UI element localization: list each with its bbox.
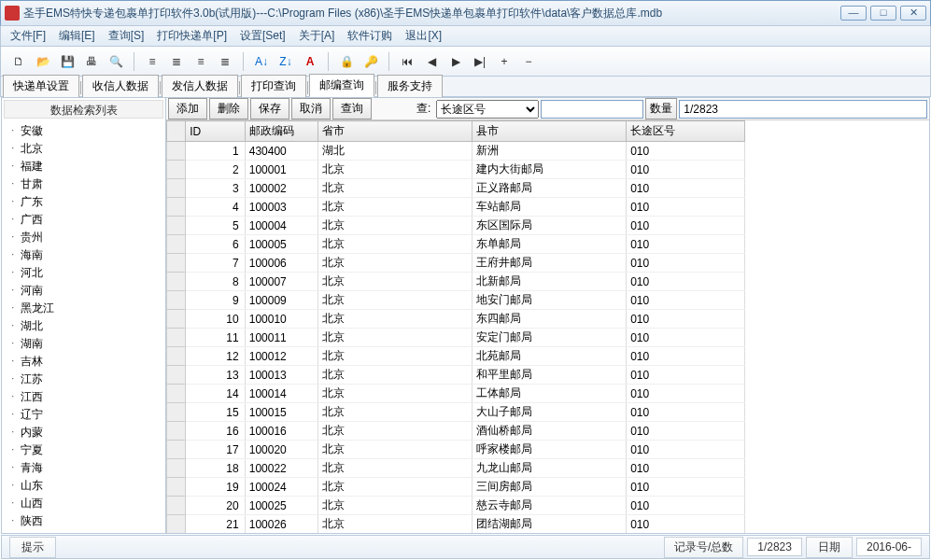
align-left-icon[interactable]: ≡ [142, 51, 162, 72]
tree-node[interactable]: 湖北 [6, 317, 162, 335]
cell-city[interactable]: 正义路邮局 [473, 179, 627, 198]
cell-prov[interactable]: 北京 [318, 161, 473, 179]
table-row[interactable]: 21100026北京团结湖邮局010 [167, 515, 745, 534]
tree-node[interactable]: 吉林 [6, 353, 162, 371]
table-row[interactable]: 8100007北京北新邮局010 [167, 273, 745, 291]
row-header[interactable] [167, 254, 186, 273]
cell-city[interactable]: 大山子邮局 [473, 403, 627, 422]
tab-0[interactable]: 快递单设置 [3, 75, 79, 97]
table-row[interactable]: 6100005北京东单邮局010 [167, 235, 745, 254]
new-icon[interactable]: 🗋 [8, 51, 29, 72]
row-header[interactable] [167, 217, 186, 235]
table-row[interactable]: 1430400湖北新洲010 [167, 142, 745, 161]
cell-zip[interactable]: 100002 [245, 179, 318, 198]
table-row[interactable]: 13100013北京和平里邮局010 [167, 366, 745, 385]
cell-id[interactable]: 15 [186, 403, 245, 422]
cell-id[interactable]: 3 [186, 179, 245, 198]
cell-id[interactable]: 7 [186, 254, 245, 273]
cell-prov[interactable]: 北京 [318, 497, 473, 515]
tree-node[interactable]: 河北 [6, 264, 162, 282]
cell-area[interactable]: 010 [627, 291, 745, 310]
tree-node[interactable]: 山西 [6, 495, 162, 512]
cell-prov[interactable]: 北京 [318, 179, 473, 198]
cell-zip[interactable]: 100013 [245, 366, 318, 385]
maximize-button[interactable]: □ [870, 6, 896, 21]
play-icon[interactable]: ▶ [445, 51, 466, 72]
row-header[interactable] [167, 291, 186, 310]
cell-id[interactable]: 19 [186, 478, 245, 497]
cell-area[interactable]: 010 [627, 347, 745, 366]
close-button[interactable]: ✕ [900, 6, 926, 21]
last-icon[interactable]: ▶| [470, 51, 490, 72]
lock-icon[interactable]: 🔒 [336, 51, 357, 72]
cell-city[interactable]: 东区国际局 [473, 217, 627, 235]
cell-zip[interactable]: 100004 [245, 217, 318, 235]
menu-file[interactable]: 文件[F] [5, 26, 51, 46]
menu-about[interactable]: 关于[A] [293, 26, 341, 46]
grid-wrap[interactable]: ID邮政编码省市县市长途区号 1430400湖北新洲0102100001北京建内… [166, 120, 929, 533]
cell-zip[interactable]: 100024 [245, 478, 318, 497]
cell-city[interactable]: 工体邮局 [473, 385, 627, 403]
cell-prov[interactable]: 北京 [318, 515, 473, 534]
cell-city[interactable]: 团结湖邮局 [473, 515, 627, 534]
menu-exit[interactable]: 退出[X] [400, 26, 447, 46]
cell-prov[interactable]: 北京 [318, 347, 473, 366]
cell-id[interactable]: 2 [186, 161, 245, 179]
row-header[interactable] [167, 235, 186, 254]
cell-prov[interactable]: 湖北 [318, 142, 473, 161]
cell-id[interactable]: 9 [186, 291, 245, 310]
cell-city[interactable]: 九龙山邮局 [473, 459, 627, 478]
cell-city[interactable]: 慈云寺邮局 [473, 497, 627, 515]
table-row[interactable]: 18100022北京九龙山邮局010 [167, 459, 745, 478]
tab-1[interactable]: 收信人数据 [82, 75, 159, 97]
justify-icon[interactable]: ≣ [215, 51, 235, 72]
col-header[interactable]: 邮政编码 [245, 121, 318, 142]
tree-node[interactable]: 黑龙江 [6, 300, 162, 317]
cell-id[interactable]: 4 [186, 198, 245, 217]
tree-node[interactable]: 河南 [6, 282, 162, 300]
cell-area[interactable]: 010 [627, 273, 745, 291]
cell-prov[interactable]: 北京 [318, 217, 473, 235]
row-header[interactable] [167, 478, 186, 497]
prev-icon[interactable]: ◀ [421, 51, 442, 72]
print-icon[interactable]: 🖶 [81, 51, 102, 72]
tree-node[interactable]: 辽宁 [6, 406, 162, 424]
tree-node[interactable]: 山东 [6, 477, 162, 495]
cell-zip[interactable]: 100009 [245, 291, 318, 310]
cell-id[interactable]: 6 [186, 235, 245, 254]
cell-prov[interactable]: 北京 [318, 478, 473, 497]
search-field-select[interactable]: 长途区号 [436, 100, 539, 119]
remove-icon[interactable]: − [518, 51, 539, 72]
add-icon[interactable]: + [494, 51, 515, 72]
cell-area[interactable]: 010 [627, 310, 745, 329]
preview-icon[interactable]: 🔍 [106, 51, 126, 72]
table-row[interactable]: 2100001北京建内大街邮局010 [167, 161, 745, 179]
cell-zip[interactable]: 100020 [245, 441, 318, 459]
tree-node[interactable]: 广西 [6, 211, 162, 229]
cell-prov[interactable]: 北京 [318, 459, 473, 478]
tree-node[interactable]: 安徽 [6, 122, 162, 140]
tree-node[interactable]: 江西 [6, 388, 162, 406]
tree-node[interactable]: 甘肃 [6, 175, 162, 193]
align-right-icon[interactable]: ≡ [190, 51, 211, 72]
cell-city[interactable]: 新洲 [473, 142, 627, 161]
tree-node[interactable]: 上海 [6, 530, 162, 533]
align-center-icon[interactable]: ≣ [166, 51, 187, 72]
cell-prov[interactable]: 北京 [318, 273, 473, 291]
province-tree[interactable]: 安徽北京福建甘肃广东广西贵州海南河北河南黑龙江湖北湖南吉林江苏江西辽宁内蒙宁夏青… [2, 120, 165, 533]
cell-area[interactable]: 010 [627, 478, 745, 497]
table-row[interactable]: 9100009北京地安门邮局010 [167, 291, 745, 310]
cell-area[interactable]: 010 [627, 142, 745, 161]
font-icon[interactable]: A [300, 51, 320, 72]
cell-zip[interactable]: 100012 [245, 347, 318, 366]
cell-area[interactable]: 010 [627, 217, 745, 235]
table-row[interactable]: 12100012北京北苑邮局010 [167, 347, 745, 366]
tree-node[interactable]: 陕西 [6, 512, 162, 530]
cell-zip[interactable]: 100010 [245, 310, 318, 329]
tree-node[interactable]: 青海 [6, 459, 162, 477]
cell-city[interactable]: 东四邮局 [473, 310, 627, 329]
col-selector[interactable] [167, 121, 186, 142]
col-header[interactable]: 县市 [473, 121, 627, 142]
row-header[interactable] [167, 142, 186, 161]
tree-node[interactable]: 福建 [6, 158, 162, 175]
